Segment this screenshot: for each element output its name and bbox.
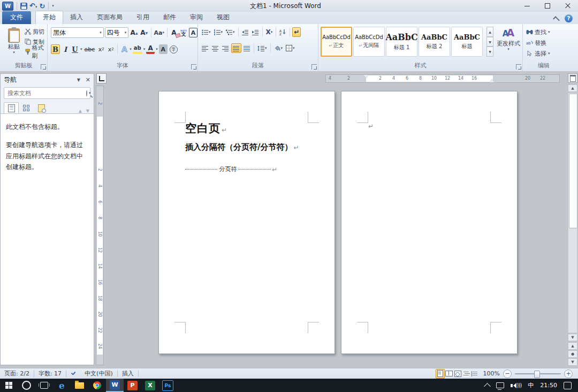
asian-layout-button[interactable]: X▾ bbox=[265, 27, 274, 37]
increase-indent-button[interactable] bbox=[251, 27, 260, 37]
search-input[interactable] bbox=[6, 89, 86, 97]
bullets-button[interactable]: ▾ bbox=[201, 27, 212, 37]
word-count[interactable]: 字数: 17 bbox=[34, 370, 66, 378]
search-options-icon[interactable]: ▾ bbox=[89, 91, 91, 95]
style-gallery-expand-icon[interactable]: ▼ bbox=[486, 47, 493, 57]
action-center-icon[interactable] bbox=[564, 382, 572, 389]
grow-font-button[interactable]: A▲ bbox=[130, 28, 139, 37]
zoom-out-button[interactable]: − bbox=[503, 370, 512, 378]
select-browse-object-button[interactable]: ● bbox=[568, 350, 577, 358]
tab-view[interactable]: 视图 bbox=[210, 11, 237, 24]
text-effects-dropdown-icon[interactable]: ▾ bbox=[130, 48, 132, 51]
right-indent-marker[interactable] bbox=[489, 76, 495, 82]
font-color-button[interactable]: A bbox=[146, 44, 155, 54]
search-icon[interactable] bbox=[86, 90, 87, 96]
navigation-pane-options-icon[interactable]: ▼ bbox=[77, 78, 80, 82]
document-page-1[interactable]: 空白页↵ 插入分隔符（分页符/分节符）↵ 分页符 ↵ bbox=[158, 91, 335, 354]
tab-review[interactable]: 审阅 bbox=[183, 11, 210, 24]
select-button[interactable]: 选择▾ bbox=[526, 49, 550, 58]
full-screen-reading-view-button[interactable] bbox=[445, 370, 453, 378]
file-explorer-taskbar-button[interactable] bbox=[71, 379, 88, 392]
photoshop-taskbar-button[interactable]: Ps bbox=[159, 379, 177, 392]
edge-taskbar-button[interactable]: e bbox=[53, 379, 71, 392]
previous-heading-icon[interactable]: ▲ bbox=[79, 109, 82, 113]
paragraph-dialog-launcher[interactable] bbox=[311, 64, 317, 70]
print-layout-view-button[interactable] bbox=[436, 369, 445, 379]
style-heading-1[interactable]: AaBbC 标题 1 bbox=[386, 27, 417, 57]
tab-home[interactable]: 开始 bbox=[35, 11, 63, 24]
scrollbar-thumb[interactable] bbox=[569, 94, 577, 228]
view-ruler-toggle-button[interactable] bbox=[568, 73, 577, 83]
restore-button[interactable] bbox=[537, 0, 558, 12]
character-border-button[interactable]: A bbox=[189, 28, 197, 37]
close-button[interactable] bbox=[558, 0, 578, 12]
replace-button[interactable]: ab 替换 bbox=[526, 39, 550, 47]
zoom-slider[interactable] bbox=[515, 373, 561, 374]
style-normal[interactable]: AaBbCcDd ↵正文 bbox=[321, 27, 352, 57]
navigation-pane-close-icon[interactable]: ✕ bbox=[86, 76, 90, 83]
network-icon[interactable] bbox=[496, 382, 504, 388]
superscript-button[interactable]: x2 bbox=[107, 44, 115, 54]
volume-icon[interactable]: ))) bbox=[511, 382, 522, 388]
enclose-characters-button[interactable]: 字 bbox=[169, 44, 179, 54]
cut-button[interactable]: 剪切 bbox=[25, 27, 47, 36]
text-effects-button[interactable]: A bbox=[120, 44, 128, 54]
show-hide-marks-button[interactable]: ↵ bbox=[292, 27, 301, 37]
highlight-dropdown-icon[interactable]: ▾ bbox=[143, 48, 146, 51]
word-taskbar-button[interactable]: W bbox=[106, 379, 124, 392]
page-indicator[interactable]: 页面: 2/2 bbox=[0, 370, 34, 378]
font-dialog-launcher[interactable] bbox=[191, 64, 196, 70]
task-view-button[interactable] bbox=[35, 379, 53, 392]
zoom-slider-thumb[interactable] bbox=[534, 371, 540, 378]
previous-page-button[interactable]: ▲ bbox=[568, 342, 577, 350]
style-scroll-down-icon[interactable]: ▼ bbox=[486, 37, 493, 47]
insert-mode-indicator[interactable]: 插入 bbox=[118, 370, 138, 378]
sort-button[interactable]: AZ bbox=[278, 27, 287, 37]
justify-button[interactable] bbox=[231, 43, 241, 53]
style-no-spacing[interactable]: AaBbCcDd ↵无间隔 bbox=[353, 27, 385, 57]
numbering-button[interactable]: ▾ bbox=[213, 27, 224, 37]
next-heading-icon[interactable]: ▼ bbox=[86, 109, 89, 113]
style-title[interactable]: AaBbC 标题 bbox=[451, 27, 483, 57]
clipboard-dialog-launcher[interactable] bbox=[41, 64, 46, 70]
line-spacing-button[interactable]: ▾ bbox=[256, 43, 268, 53]
next-page-button[interactable]: ▼ bbox=[568, 358, 577, 366]
style-scroll-up-icon[interactable]: ▲ bbox=[486, 27, 493, 37]
change-case-button[interactable]: Aa▾ bbox=[153, 28, 165, 37]
clear-formatting-button[interactable]: A bbox=[170, 28, 178, 37]
find-button[interactable]: 查找▾ bbox=[526, 28, 550, 36]
strikethrough-button[interactable]: abc bbox=[83, 44, 96, 54]
style-heading-2[interactable]: AaBbC 标题 2 bbox=[419, 27, 450, 57]
font-size-combobox[interactable]: 四号▾ bbox=[105, 27, 128, 38]
italic-button[interactable]: I bbox=[61, 44, 70, 54]
zoom-in-button[interactable]: + bbox=[564, 370, 573, 378]
collapse-ribbon-icon[interactable] bbox=[553, 16, 560, 23]
first-line-indent-marker[interactable] bbox=[363, 75, 369, 81]
text-highlight-button[interactable]: ab bbox=[133, 44, 142, 54]
bold-button[interactable]: B bbox=[51, 44, 60, 54]
change-styles-button[interactable]: AA 更改样式 ▾ bbox=[496, 26, 521, 60]
distribute-button[interactable] bbox=[242, 43, 252, 53]
outline-view-button[interactable] bbox=[462, 370, 470, 378]
cortana-button[interactable] bbox=[18, 379, 35, 392]
font-family-combobox[interactable]: 黑体▾ bbox=[51, 27, 104, 38]
minimize-button[interactable] bbox=[517, 0, 537, 12]
paste-button[interactable]: 粘贴 ▾ bbox=[3, 27, 25, 63]
browse-results-tab[interactable] bbox=[34, 102, 49, 113]
shading-button[interactable]: ▾ bbox=[273, 43, 284, 53]
decrease-indent-button[interactable] bbox=[241, 27, 250, 37]
excel-taskbar-button[interactable]: X bbox=[141, 379, 159, 392]
document-page-2[interactable]: ↵ bbox=[341, 91, 518, 354]
styles-dialog-launcher[interactable] bbox=[516, 64, 521, 70]
tab-insert[interactable]: 插入 bbox=[63, 11, 90, 24]
tab-page-layout[interactable]: 页面布局 bbox=[90, 11, 130, 24]
help-icon[interactable]: ? bbox=[565, 14, 573, 22]
shrink-font-button[interactable]: A▼ bbox=[140, 28, 149, 37]
word-logo-icon[interactable]: W bbox=[2, 2, 13, 11]
format-painter-button[interactable]: 格式刷 bbox=[25, 48, 47, 56]
align-right-button[interactable] bbox=[221, 43, 230, 53]
tab-mailings[interactable]: 邮件 bbox=[156, 11, 183, 24]
scroll-up-button[interactable]: ▲ bbox=[568, 84, 577, 92]
align-left-button[interactable] bbox=[201, 43, 210, 53]
powerpoint-taskbar-button[interactable]: P bbox=[124, 379, 141, 392]
